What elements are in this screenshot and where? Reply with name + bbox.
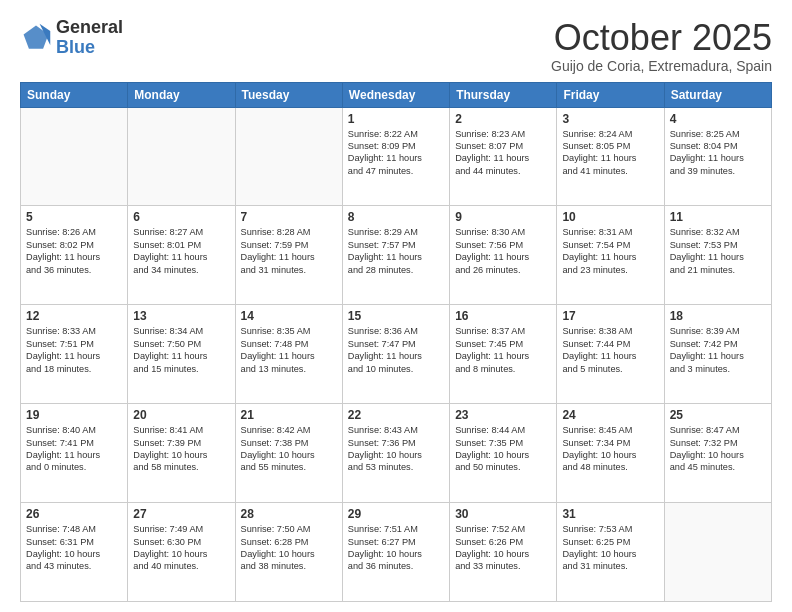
cell-text: Sunrise: 8:47 AM Sunset: 7:32 PM Dayligh… bbox=[670, 424, 766, 474]
table-row: 17Sunrise: 8:38 AM Sunset: 7:44 PM Dayli… bbox=[557, 305, 664, 404]
logo-icon bbox=[20, 22, 52, 54]
day-number: 4 bbox=[670, 112, 766, 126]
logo: General Blue bbox=[20, 18, 123, 58]
table-row bbox=[128, 107, 235, 206]
table-row: 18Sunrise: 8:39 AM Sunset: 7:42 PM Dayli… bbox=[664, 305, 771, 404]
day-number: 1 bbox=[348, 112, 444, 126]
cell-text: Sunrise: 8:45 AM Sunset: 7:34 PM Dayligh… bbox=[562, 424, 658, 474]
day-number: 17 bbox=[562, 309, 658, 323]
col-wednesday: Wednesday bbox=[342, 82, 449, 107]
day-number: 28 bbox=[241, 507, 337, 521]
cell-text: Sunrise: 8:44 AM Sunset: 7:35 PM Dayligh… bbox=[455, 424, 551, 474]
cell-text: Sunrise: 8:28 AM Sunset: 7:59 PM Dayligh… bbox=[241, 226, 337, 276]
cell-text: Sunrise: 8:36 AM Sunset: 7:47 PM Dayligh… bbox=[348, 325, 444, 375]
cell-text: Sunrise: 8:27 AM Sunset: 8:01 PM Dayligh… bbox=[133, 226, 229, 276]
table-row bbox=[664, 503, 771, 602]
cell-text: Sunrise: 8:33 AM Sunset: 7:51 PM Dayligh… bbox=[26, 325, 122, 375]
day-number: 13 bbox=[133, 309, 229, 323]
table-row: 20Sunrise: 8:41 AM Sunset: 7:39 PM Dayli… bbox=[128, 404, 235, 503]
table-row: 23Sunrise: 8:44 AM Sunset: 7:35 PM Dayli… bbox=[450, 404, 557, 503]
day-number: 7 bbox=[241, 210, 337, 224]
table-row: 30Sunrise: 7:52 AM Sunset: 6:26 PM Dayli… bbox=[450, 503, 557, 602]
table-row: 9Sunrise: 8:30 AM Sunset: 7:56 PM Daylig… bbox=[450, 206, 557, 305]
cell-text: Sunrise: 7:49 AM Sunset: 6:30 PM Dayligh… bbox=[133, 523, 229, 573]
table-row: 14Sunrise: 8:35 AM Sunset: 7:48 PM Dayli… bbox=[235, 305, 342, 404]
day-number: 2 bbox=[455, 112, 551, 126]
month-title: October 2025 bbox=[551, 18, 772, 58]
title-block: October 2025 Guijo de Coria, Extremadura… bbox=[551, 18, 772, 74]
calendar-week-row: 1Sunrise: 8:22 AM Sunset: 8:09 PM Daylig… bbox=[21, 107, 772, 206]
table-row: 8Sunrise: 8:29 AM Sunset: 7:57 PM Daylig… bbox=[342, 206, 449, 305]
calendar-week-row: 19Sunrise: 8:40 AM Sunset: 7:41 PM Dayli… bbox=[21, 404, 772, 503]
table-row: 25Sunrise: 8:47 AM Sunset: 7:32 PM Dayli… bbox=[664, 404, 771, 503]
cell-text: Sunrise: 8:40 AM Sunset: 7:41 PM Dayligh… bbox=[26, 424, 122, 474]
day-number: 9 bbox=[455, 210, 551, 224]
calendar-week-row: 12Sunrise: 8:33 AM Sunset: 7:51 PM Dayli… bbox=[21, 305, 772, 404]
table-row: 7Sunrise: 8:28 AM Sunset: 7:59 PM Daylig… bbox=[235, 206, 342, 305]
col-monday: Monday bbox=[128, 82, 235, 107]
day-number: 29 bbox=[348, 507, 444, 521]
table-row: 22Sunrise: 8:43 AM Sunset: 7:36 PM Dayli… bbox=[342, 404, 449, 503]
calendar-week-row: 26Sunrise: 7:48 AM Sunset: 6:31 PM Dayli… bbox=[21, 503, 772, 602]
page: General Blue October 2025 Guijo de Coria… bbox=[0, 0, 792, 612]
table-row: 19Sunrise: 8:40 AM Sunset: 7:41 PM Dayli… bbox=[21, 404, 128, 503]
day-number: 23 bbox=[455, 408, 551, 422]
day-number: 15 bbox=[348, 309, 444, 323]
table-row: 24Sunrise: 8:45 AM Sunset: 7:34 PM Dayli… bbox=[557, 404, 664, 503]
table-row: 5Sunrise: 8:26 AM Sunset: 8:02 PM Daylig… bbox=[21, 206, 128, 305]
day-number: 5 bbox=[26, 210, 122, 224]
day-number: 19 bbox=[26, 408, 122, 422]
location-subtitle: Guijo de Coria, Extremadura, Spain bbox=[551, 58, 772, 74]
cell-text: Sunrise: 7:51 AM Sunset: 6:27 PM Dayligh… bbox=[348, 523, 444, 573]
day-number: 18 bbox=[670, 309, 766, 323]
day-number: 11 bbox=[670, 210, 766, 224]
table-row: 28Sunrise: 7:50 AM Sunset: 6:28 PM Dayli… bbox=[235, 503, 342, 602]
day-number: 31 bbox=[562, 507, 658, 521]
logo-general-text: General bbox=[56, 17, 123, 37]
day-number: 21 bbox=[241, 408, 337, 422]
cell-text: Sunrise: 8:41 AM Sunset: 7:39 PM Dayligh… bbox=[133, 424, 229, 474]
header: General Blue October 2025 Guijo de Coria… bbox=[20, 18, 772, 74]
cell-text: Sunrise: 8:43 AM Sunset: 7:36 PM Dayligh… bbox=[348, 424, 444, 474]
table-row: 11Sunrise: 8:32 AM Sunset: 7:53 PM Dayli… bbox=[664, 206, 771, 305]
cell-text: Sunrise: 8:26 AM Sunset: 8:02 PM Dayligh… bbox=[26, 226, 122, 276]
logo-blue-text: Blue bbox=[56, 37, 95, 57]
day-number: 10 bbox=[562, 210, 658, 224]
day-number: 24 bbox=[562, 408, 658, 422]
cell-text: Sunrise: 8:29 AM Sunset: 7:57 PM Dayligh… bbox=[348, 226, 444, 276]
logo-text: General Blue bbox=[56, 18, 123, 58]
cell-text: Sunrise: 7:53 AM Sunset: 6:25 PM Dayligh… bbox=[562, 523, 658, 573]
cell-text: Sunrise: 8:38 AM Sunset: 7:44 PM Dayligh… bbox=[562, 325, 658, 375]
cell-text: Sunrise: 8:35 AM Sunset: 7:48 PM Dayligh… bbox=[241, 325, 337, 375]
day-number: 12 bbox=[26, 309, 122, 323]
day-number: 8 bbox=[348, 210, 444, 224]
table-row: 26Sunrise: 7:48 AM Sunset: 6:31 PM Dayli… bbox=[21, 503, 128, 602]
col-saturday: Saturday bbox=[664, 82, 771, 107]
day-number: 3 bbox=[562, 112, 658, 126]
cell-text: Sunrise: 8:31 AM Sunset: 7:54 PM Dayligh… bbox=[562, 226, 658, 276]
day-number: 26 bbox=[26, 507, 122, 521]
calendar-header-row: Sunday Monday Tuesday Wednesday Thursday… bbox=[21, 82, 772, 107]
day-number: 30 bbox=[455, 507, 551, 521]
cell-text: Sunrise: 8:34 AM Sunset: 7:50 PM Dayligh… bbox=[133, 325, 229, 375]
table-row: 1Sunrise: 8:22 AM Sunset: 8:09 PM Daylig… bbox=[342, 107, 449, 206]
cell-text: Sunrise: 8:37 AM Sunset: 7:45 PM Dayligh… bbox=[455, 325, 551, 375]
table-row: 2Sunrise: 8:23 AM Sunset: 8:07 PM Daylig… bbox=[450, 107, 557, 206]
calendar-week-row: 5Sunrise: 8:26 AM Sunset: 8:02 PM Daylig… bbox=[21, 206, 772, 305]
cell-text: Sunrise: 8:23 AM Sunset: 8:07 PM Dayligh… bbox=[455, 128, 551, 178]
table-row: 27Sunrise: 7:49 AM Sunset: 6:30 PM Dayli… bbox=[128, 503, 235, 602]
cell-text: Sunrise: 8:30 AM Sunset: 7:56 PM Dayligh… bbox=[455, 226, 551, 276]
cell-text: Sunrise: 7:52 AM Sunset: 6:26 PM Dayligh… bbox=[455, 523, 551, 573]
day-number: 27 bbox=[133, 507, 229, 521]
table-row bbox=[21, 107, 128, 206]
day-number: 22 bbox=[348, 408, 444, 422]
cell-text: Sunrise: 8:25 AM Sunset: 8:04 PM Dayligh… bbox=[670, 128, 766, 178]
table-row: 10Sunrise: 8:31 AM Sunset: 7:54 PM Dayli… bbox=[557, 206, 664, 305]
day-number: 14 bbox=[241, 309, 337, 323]
table-row: 12Sunrise: 8:33 AM Sunset: 7:51 PM Dayli… bbox=[21, 305, 128, 404]
table-row: 31Sunrise: 7:53 AM Sunset: 6:25 PM Dayli… bbox=[557, 503, 664, 602]
cell-text: Sunrise: 8:24 AM Sunset: 8:05 PM Dayligh… bbox=[562, 128, 658, 178]
calendar-table: Sunday Monday Tuesday Wednesday Thursday… bbox=[20, 82, 772, 602]
cell-text: Sunrise: 8:32 AM Sunset: 7:53 PM Dayligh… bbox=[670, 226, 766, 276]
cell-text: Sunrise: 8:42 AM Sunset: 7:38 PM Dayligh… bbox=[241, 424, 337, 474]
